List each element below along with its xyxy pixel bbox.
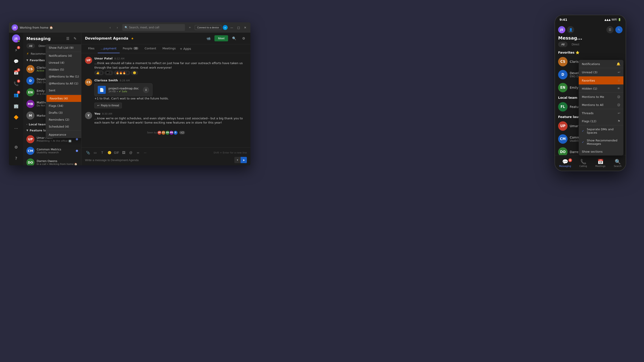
rail-item-teams[interactable]: 🏢: [11, 100, 22, 111]
mobile-status-bar: 9:41 ▲▲▲ WiFi 🔋: [555, 15, 626, 24]
conv-darren-owens[interactable]: DO Darren Owens In a call • Working from…: [23, 157, 81, 165]
tab-people[interactable]: People 30: [120, 44, 142, 53]
mobile-menu-mentions-me[interactable]: Mentions to Me @: [579, 93, 624, 101]
format-button[interactable]: ▭: [92, 150, 98, 156]
rail-item-people[interactable]: 👥 1: [11, 89, 22, 100]
rail-item-settings[interactable]: ⚙: [11, 142, 22, 152]
connect-device-button[interactable]: Connect to a device: [195, 25, 222, 30]
mobile-messaging-icon: 💬: [562, 159, 568, 164]
menu-notifications[interactable]: Notifications (4): [46, 52, 82, 59]
reaction-thumbsup[interactable]: 👍 1: [94, 71, 104, 75]
mobile-tab-direct[interactable]: Direct: [568, 41, 582, 47]
reaction-heart[interactable]: ❤️ 1: [105, 71, 113, 75]
mobile-bottom-nav: 💬 Messaging 6 📞 Calling 📅 Meetings 🔍 Sea…: [555, 155, 626, 171]
conv-common-metrics[interactable]: CM Common Metrics Usability research: [23, 145, 81, 157]
meet-button[interactable]: Meet: [214, 35, 228, 41]
mobile-menu-show-sections[interactable]: Show sections: [579, 148, 624, 156]
mobile-compose-button[interactable]: ✎: [616, 26, 622, 33]
rail-item-calendar[interactable]: 📅 1: [11, 67, 22, 78]
tab-content[interactable]: Content: [142, 44, 160, 53]
mobile-nav-meetings[interactable]: 📅 Meetings: [595, 159, 606, 167]
mobile-tab-all[interactable]: All: [558, 41, 568, 47]
mobile-filter-tabs: All Direct: [555, 41, 626, 49]
mobile-app: 9:41 ▲▲▲ WiFi 🔋 JS 👤 ☰ ✎ Messag... All D…: [554, 15, 626, 171]
mobile-menu-notifications[interactable]: Notifications 🔔: [579, 60, 624, 68]
reaction-smile[interactable]: 🙂: [131, 71, 138, 75]
maximize-button[interactable]: □: [236, 25, 241, 30]
mobile-list-button[interactable]: ☰: [606, 26, 614, 33]
menu-mentions-me[interactable]: @Mentions to Me (1): [46, 73, 82, 80]
mobile-hidden-label: Hidden (1): [582, 87, 597, 90]
menu-appearance[interactable]: Appearance ›: [46, 131, 82, 138]
add-tab-button[interactable]: + Apps: [180, 47, 191, 50]
settings-chat-button[interactable]: ⚙: [240, 35, 247, 42]
menu-mentions-all[interactable]: @Mentions to All (1): [46, 80, 82, 87]
mobile-menu-favorites[interactable]: Favorites ☆: [579, 76, 624, 84]
menu-show-full-list[interactable]: Show Full List (9): [46, 44, 82, 51]
new-chat-button[interactable]: ✎: [72, 35, 78, 41]
emoji-button[interactable]: 🙂: [106, 150, 112, 156]
menu-favorites[interactable]: Favorites (4): [46, 95, 82, 102]
mobile-menu-flags[interactable]: Flags (12) ⚑: [579, 117, 624, 125]
back-button[interactable]: ‹: [107, 24, 113, 31]
search-bar[interactable]: 🔍 Search, meet, and call: [122, 24, 185, 31]
tab-files[interactable]: Files: [85, 44, 98, 53]
mobile-status-icons: ▲▲▲ WiFi 🔋: [604, 18, 621, 21]
text-format-button[interactable]: T: [99, 150, 105, 156]
filter-button[interactable]: ☰: [64, 35, 71, 41]
menu-scheduled[interactable]: Scheduled (4): [46, 123, 82, 130]
hidden-label: Hidden (5): [49, 68, 64, 71]
mobile-menu-threads[interactable]: Threads ↩: [579, 109, 624, 117]
close-button[interactable]: ✕: [242, 25, 248, 30]
menu-sent[interactable]: Sent: [46, 87, 82, 94]
tab-meetings[interactable]: Meetings: [159, 44, 179, 53]
menu-reminders[interactable]: Reminders (2): [46, 116, 82, 123]
mention-button[interactable]: @: [128, 150, 134, 156]
mobile-menu-hidden[interactable]: Hidden (1) 👁: [579, 84, 624, 92]
rail-item-calls[interactable]: 📞 1: [11, 78, 22, 89]
add-button[interactable]: ＋: [187, 24, 193, 31]
more-options-button[interactable]: ···: [142, 150, 148, 156]
mobile-menu-unread[interactable]: Unread (3) ↩: [579, 68, 624, 76]
sticker-button[interactable]: 🖼: [121, 150, 126, 156]
attach-button[interactable]: 📎: [85, 150, 91, 156]
menu-flags[interactable]: Flags (34): [46, 102, 82, 109]
gif-button[interactable]: GIF: [114, 150, 120, 156]
search-chat-button[interactable]: 🔍: [231, 35, 238, 42]
mobile-profile-icon[interactable]: 👤: [567, 26, 574, 33]
menu-drafts[interactable]: Drafts (3): [46, 109, 82, 116]
menu-unread[interactable]: Unread (4): [46, 59, 82, 66]
tab-payment-label: ...payment: [101, 47, 116, 50]
file-attachment[interactable]: 📄 project-roadmap.doc 24 KB • ✔ Safe ⬇: [94, 83, 152, 96]
video-call-button[interactable]: 📹: [205, 35, 212, 42]
mobile-nav-messaging[interactable]: 💬 Messaging 6: [559, 159, 571, 167]
minimize-button[interactable]: —: [229, 25, 234, 30]
tab-payment[interactable]: ...payment: [98, 44, 120, 53]
mobile-threads-icon: ↩: [618, 111, 620, 115]
seen-avatars: UP CS EN MB D: [158, 130, 178, 135]
tab-meetings-label: Meetings: [162, 47, 176, 50]
loop-button[interactable]: ∞: [135, 150, 141, 156]
rail-item-activity[interactable]: ⚡ 5: [11, 45, 22, 55]
messages-area[interactable]: UP Umar Patel 8:12 AM ...think we should…: [82, 53, 250, 147]
file-download-button[interactable]: ⬇: [143, 87, 149, 93]
tab-all[interactable]: All: [26, 43, 35, 48]
message-input-field[interactable]: [85, 158, 232, 162]
tab-files-label: Files: [88, 47, 94, 50]
send-options-button[interactable]: ▾: [234, 157, 240, 163]
mobile-nav-calling[interactable]: 📞 Calling: [580, 159, 587, 167]
reply-to-thread-button[interactable]: ↩ Reply to thread: [94, 103, 122, 108]
mobile-menu-mentions-all[interactable]: Mentions to All @: [579, 101, 624, 109]
file-doc-icon: 📄: [98, 86, 106, 94]
send-button[interactable]: ➤: [240, 157, 247, 163]
mobile-menu-show-recommended[interactable]: Show Recommended Messages: [579, 137, 624, 148]
rail-item-more[interactable]: ···: [11, 123, 22, 134]
rail-item-chat[interactable]: 💬: [11, 56, 22, 67]
mobile-nav-search[interactable]: 🔍 Search: [614, 159, 622, 167]
reaction-fire[interactable]: 🔥🔥🔥 3: [114, 71, 130, 75]
mobile-menu-separate-dms[interactable]: Separate DMs and Spaces: [579, 125, 624, 137]
menu-hidden[interactable]: Hidden (5): [46, 66, 82, 73]
rail-item-help[interactable]: ?: [11, 153, 22, 164]
forward-button[interactable]: ›: [114, 24, 120, 31]
rail-item-apps[interactable]: 🔶: [11, 112, 22, 122]
